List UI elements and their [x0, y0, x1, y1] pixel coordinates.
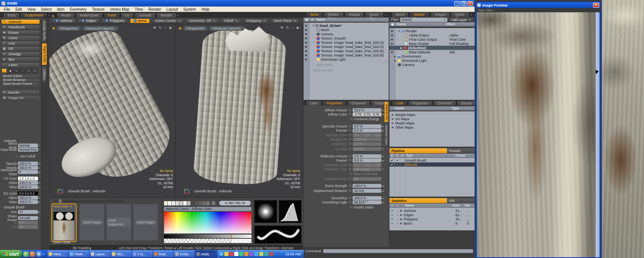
maximize-button[interactable]: ❐ [461, 1, 467, 6]
mini-slider-icon[interactable]: ◀▶ [381, 190, 385, 192]
tab-items[interactable]: Items [392, 12, 409, 17]
quick-launch-icon-2[interactable] [30, 251, 35, 257]
tree-row-texture-6[interactable]: Texture: Image: head_bake_final_02d (6) [304, 53, 389, 57]
info-header[interactable]: Info [447, 198, 475, 203]
pan-icon[interactable]: ✥ [153, 26, 156, 30]
tool-image-ink[interactable]: ▦Image Ink [1, 95, 40, 100]
bg-value-field[interactable]: 100.0 % [18, 200, 38, 204]
channel-toggle-icon[interactable] [348, 200, 352, 204]
tray-icon-1[interactable] [219, 252, 223, 256]
channel-toggle-icon[interactable] [348, 189, 352, 192]
visible-dot-icon[interactable]: • [394, 163, 399, 167]
stat-row-edges[interactable]: +-▶Edges61...... [389, 213, 475, 217]
edges-mode-button[interactable]: Edges [78, 18, 100, 23]
viewport-menu-arrow-icon[interactable]: ▶ [297, 26, 299, 30]
menu-texture[interactable]: Texture [92, 7, 105, 12]
tab-quick-tips[interactable]: Quick Tips [451, 12, 469, 17]
tab-lists[interactable]: Lists [392, 101, 407, 106]
list-row-morph-maps[interactable]: ▶Morph Maps [389, 121, 475, 125]
preview-close-button[interactable]: ✕ [593, 3, 599, 8]
brush-tip-preview[interactable] [254, 200, 277, 223]
preview-texture-image[interactable] [477, 12, 596, 257]
tab-items[interactable]: Items [306, 12, 323, 17]
preview-titlebar[interactable]: Image Preview ✕ [476, 2, 600, 8]
mini-slider-icon[interactable]: ◀▶ [38, 167, 41, 169]
menu-file[interactable]: File [4, 7, 10, 12]
tray-icon-10[interactable] [264, 252, 268, 256]
tab-paint-tools[interactable]: Paint Tools [42, 43, 47, 65]
viewport-mode-dot-icon[interactable] [179, 27, 181, 30]
tab-display[interactable]: Display [457, 101, 477, 106]
collapse-minus-icon[interactable]: - [395, 213, 400, 217]
shader-row-base-material[interactable]: Base Material(all) [389, 50, 475, 54]
view-tab-model[interactable]: Model [57, 13, 75, 18]
tree-row-texture-mixed[interactable]: Texture: (mixed) [304, 36, 389, 40]
tab-material-ref[interactable]: Material Ref [384, 101, 389, 122]
selected-image-cell[interactable]: head_bake_fi ... 2048 x 2048, ... [51, 203, 77, 242]
tree-row-scene[interactable]: ▼head_06.lwo* [304, 23, 389, 28]
list-row-weight-maps[interactable]: ▶Weight Maps [389, 112, 475, 117]
tab-material-trans[interactable]: Material Trans [384, 123, 389, 147]
statistics-header[interactable]: Statistics [389, 198, 447, 203]
expand-plus-icon[interactable]: + [389, 222, 395, 225]
task-inbox[interactable]: Inbox... [48, 251, 68, 257]
symmetry-dropdown[interactable]: Symmetry: Off▼ [186, 18, 219, 23]
mini-slider-icon[interactable]: ◀▶ [38, 211, 41, 213]
view-tab-render[interactable]: Render [156, 13, 176, 18]
close-button[interactable]: ✕ [467, 1, 473, 6]
fg-value-field[interactable]: 100.0 % [18, 185, 38, 189]
shader-row-directional-light[interactable]: ▶Directional Light [389, 58, 475, 63]
orbit-icon[interactable]: ↻ [159, 26, 162, 30]
task-modo[interactable]: modo [195, 251, 215, 257]
tab-properties[interactable]: Properties [408, 101, 432, 106]
viewport-projection-button[interactable]: Perspective [57, 26, 81, 31]
view-tab-add[interactable]: + [177, 14, 179, 18]
tree-row-camera[interactable]: Camera [304, 32, 389, 36]
tab-add[interactable]: + [470, 13, 472, 17]
tray-icon-9[interactable] [259, 252, 263, 256]
task-folder[interactable]: 3\EL... [111, 251, 131, 257]
tray-icon-7[interactable] [249, 252, 253, 256]
tool-eraser[interactable]: ▰Eraser [1, 30, 40, 35]
zoom-icon[interactable]: ⌕ [292, 26, 294, 30]
image-preview-window[interactable]: Image Preview ✕ Type: Clos... [475, 2, 601, 258]
enable-check-icon[interactable]: ✔ [389, 163, 394, 167]
channel-toggle-icon[interactable] [348, 129, 352, 132]
tree-row-texture-3[interactable]: Texture: Image: head_bake_final_02d (3) [304, 40, 389, 45]
value-slider[interactable] [164, 235, 251, 238]
saturation-button[interactable]: S [211, 201, 216, 205]
viewport-renderer-button[interactable]: Advanced OpenGL [209, 26, 245, 31]
brush-browser-button[interactable]: Brush Browser [2, 78, 39, 82]
preview-type-label[interactable]: Type: Clos... [478, 8, 495, 12]
command-input[interactable] [323, 249, 473, 253]
fg-color-swatch[interactable]: 1.0 1.0 1.0 [18, 177, 38, 180]
tab-images[interactable]: Images [345, 12, 365, 17]
new-image-button[interactable]: (new image) [133, 204, 158, 241]
brush-falloff-curve[interactable] [279, 200, 302, 223]
tree-row-directional-light[interactable]: Directional Light [304, 57, 389, 61]
orbit-icon[interactable]: ↻ [286, 26, 289, 30]
shader-row-final-color-output[interactable]: Final Color OutputFinal Color [389, 37, 475, 41]
bump-strength-field[interactable]: 100.0 % [353, 184, 381, 188]
stat-row-vertices[interactable]: +-▶Vertices21...... [389, 208, 475, 213]
channel-toggle-icon[interactable] [348, 124, 352, 128]
quick-launch-overflow-chevron[interactable]: » [43, 252, 44, 256]
bg-alpha-field[interactable]: 100.0 % [18, 196, 38, 200]
task-layout[interactable]: Layou... [90, 251, 110, 257]
shader-row-base-shader[interactable]: Base ShaderFull Shading [389, 41, 475, 46]
tab-shader-tree[interactable]: Shader Tree [324, 12, 344, 17]
load-sequence-button[interactable]: (load sequence) [106, 204, 131, 241]
menu-time[interactable]: Time [135, 7, 143, 12]
quick-launch-icon-1[interactable] [23, 251, 29, 257]
view-tab-animate[interactable]: Animate [135, 13, 156, 18]
mini-slider-icon[interactable]: ◀▶ [38, 186, 41, 188]
task-filemaker[interactable]: FileM... [69, 251, 89, 257]
presets-header[interactable]: Presets [447, 148, 475, 153]
layout-tab-sculpt-paint[interactable]: Sculpt/Paint [20, 13, 47, 18]
enable-check-icon[interactable]: ✔ [389, 159, 394, 162]
mini-slider-icon[interactable]: ◀▶ [38, 197, 41, 199]
tray-icon-6[interactable] [244, 252, 248, 256]
expand-plus-icon[interactable]: + [389, 217, 395, 221]
hue-saturation-gradient[interactable] [164, 212, 251, 233]
collapse-minus-icon[interactable]: - [395, 222, 400, 225]
